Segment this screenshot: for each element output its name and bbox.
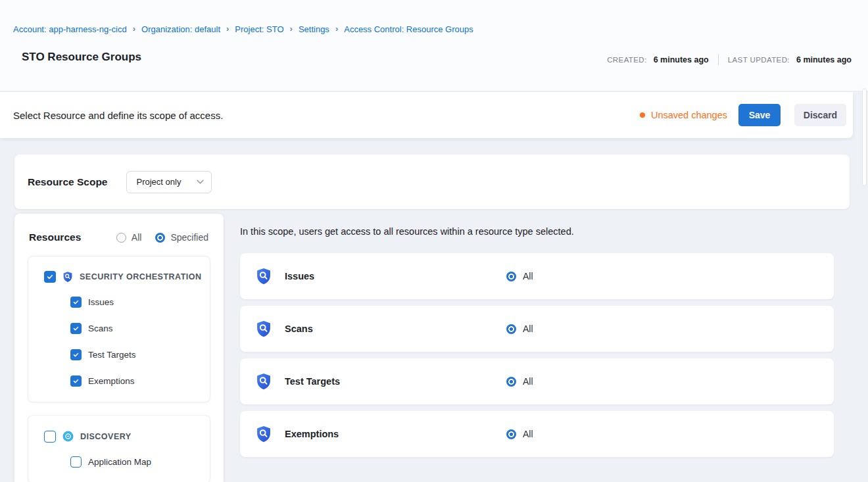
breadcrumb-separator-icon: › — [133, 24, 135, 34]
check-icon — [46, 273, 54, 281]
unsaved-dot-icon — [640, 112, 645, 118]
breadcrumb: Account: app-harness-ng-cicd › Organizat… — [13, 24, 473, 34]
radio-all-issues[interactable] — [506, 272, 516, 281]
resource-row-test-targets: Test Targets All — [240, 358, 834, 404]
breadcrumb-settings[interactable]: Settings — [299, 24, 329, 34]
row-title-exemptions: Exemptions — [285, 429, 339, 439]
checkbox-discovery[interactable] — [44, 431, 56, 443]
mode-specified-label: Specified — [170, 232, 208, 243]
item-label-issues: Issues — [88, 297, 114, 307]
checkbox-issues[interactable] — [70, 297, 82, 308]
access-label-exemptions: All — [523, 429, 533, 439]
group-label-discovery: DISCOVERY — [80, 432, 132, 441]
resource-group-security-orchestration: SECURITY ORCHESTRATION Issues Scans Test… — [28, 256, 210, 402]
resource-group-discovery: DISCOVERY Application Map — [28, 415, 210, 482]
security-shield-icon — [254, 372, 273, 391]
mode-all-label: All — [132, 232, 142, 243]
save-button[interactable]: Save — [738, 104, 781, 126]
row-title-issues: Issues — [285, 271, 314, 281]
row-access-exemptions[interactable]: All — [506, 429, 533, 439]
breadcrumb-account[interactable]: Account: app-harness-ng-cicd — [13, 24, 127, 34]
breadcrumb-project[interactable]: Project: STO — [235, 24, 283, 34]
last-updated-value: 6 minutes ago — [796, 55, 852, 64]
resource-scope-select[interactable]: Project only — [126, 171, 212, 193]
breadcrumb-separator-icon: › — [290, 24, 293, 34]
check-icon — [72, 325, 80, 332]
resource-group-page: Account: app-harness-ng-cicd › Organizat… — [0, 0, 868, 482]
page-title: STO Resource Groups — [22, 51, 141, 64]
checkbox-test-targets[interactable] — [70, 349, 82, 360]
resource-scope-label: Resource Scope — [28, 176, 107, 188]
checkbox-scans[interactable] — [70, 323, 82, 334]
item-label-exemptions: Exemptions — [88, 376, 135, 386]
radio-all-scans[interactable] — [506, 324, 516, 334]
resource-item-scans[interactable]: Scans — [28, 315, 210, 341]
row-access-test-targets[interactable]: All — [506, 376, 533, 387]
radio-all-exemptions[interactable] — [506, 429, 516, 439]
vertical-scrollbar[interactable] — [862, 88, 867, 186]
breadcrumb-organization[interactable]: Organization: default — [141, 24, 220, 34]
item-label-application-map: Application Map — [88, 457, 151, 467]
check-icon — [72, 351, 80, 358]
resource-scope-card: Resource Scope Project only — [14, 155, 850, 209]
access-label-scans: All — [523, 324, 533, 334]
resource-row-exemptions: Exemptions All — [240, 411, 834, 457]
resource-scope-selected-value: Project only — [136, 177, 181, 187]
resource-item-test-targets[interactable]: Test Targets — [28, 341, 210, 368]
breadcrumb-separator-icon: › — [335, 24, 338, 34]
unsaved-changes-label: Unsaved changes — [651, 110, 727, 120]
resources-mode-radio-group: All Specified — [116, 232, 208, 243]
created-value: 6 minutes ago — [654, 55, 709, 64]
header-meta: CREATED: 6 minutes ago LAST UPDATED: 6 m… — [607, 54, 852, 65]
toolbar-description: Select Resource and define its scope of … — [13, 110, 223, 121]
chevron-down-icon — [197, 180, 204, 184]
action-toolbar: Select Resource and define its scope of … — [0, 92, 853, 138]
row-access-issues[interactable]: All — [506, 271, 533, 281]
unsaved-changes-indicator: Unsaved changes — [640, 110, 727, 120]
row-access-scans[interactable]: All — [506, 324, 533, 334]
breadcrumb-separator-icon: › — [226, 24, 229, 34]
radio-all[interactable] — [116, 233, 126, 243]
radio-all-test-targets[interactable] — [506, 377, 516, 387]
mode-option-specified[interactable]: Specified — [155, 232, 208, 243]
resources-panel-title: Resources — [29, 231, 81, 243]
security-shield-icon — [62, 271, 74, 283]
security-shield-icon — [254, 320, 273, 338]
radio-specified[interactable] — [155, 233, 165, 243]
resource-row-scans: Scans All — [240, 306, 834, 352]
access-label-test-targets: All — [523, 376, 533, 387]
checkbox-security-orchestration[interactable] — [44, 271, 56, 283]
mode-option-all[interactable]: All — [116, 232, 142, 243]
scope-note: In this scope, users get access to all r… — [240, 226, 574, 237]
check-icon — [72, 377, 80, 385]
discovery-icon — [62, 430, 74, 443]
discard-button[interactable]: Discard — [794, 104, 846, 126]
access-label-issues: All — [523, 271, 533, 281]
page-header: Account: app-harness-ng-cicd › Organizat… — [0, 0, 868, 91]
security-shield-icon — [254, 267, 273, 285]
breadcrumb-access-control[interactable]: Access Control: Resource Groups — [344, 24, 473, 34]
meta-divider — [718, 54, 719, 65]
group-label-security-orchestration: SECURITY ORCHESTRATION — [80, 272, 202, 281]
checkbox-exemptions[interactable] — [70, 375, 82, 387]
resource-item-issues[interactable]: Issues — [28, 289, 210, 315]
security-shield-icon — [254, 425, 273, 443]
resources-panel: Resources All Specified — [14, 214, 224, 482]
row-title-scans: Scans — [285, 324, 313, 334]
item-label-scans: Scans — [88, 324, 113, 333]
item-label-test-targets: Test Targets — [88, 350, 136, 360]
check-icon — [72, 299, 80, 306]
created-label: CREATED: — [607, 56, 647, 64]
last-updated-label: LAST UPDATED: — [728, 56, 790, 64]
row-title-test-targets: Test Targets — [285, 376, 340, 387]
resource-row-issues: Issues All — [240, 253, 834, 299]
resource-item-application-map[interactable]: Application Map — [28, 448, 210, 475]
checkbox-application-map[interactable] — [70, 456, 82, 468]
resource-item-exemptions[interactable]: Exemptions — [28, 368, 210, 394]
